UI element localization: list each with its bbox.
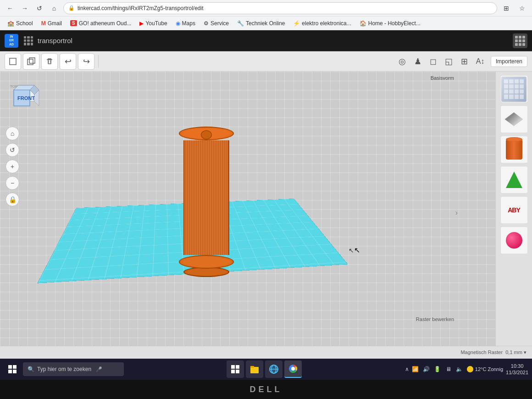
taskbar-right: ∧ 📶 🔊 🔋 🖥 🔈 12°C Zonnig 10:30 11/3/2021 (405, 363, 528, 376)
undo-button[interactable]: ↩ (60, 53, 76, 70)
zoom-out-button[interactable]: − (6, 176, 19, 190)
bookmark-elektro-label: elektro elektronica... (302, 20, 351, 27)
svg-rect-13 (231, 365, 235, 369)
bookmarks-bar: 🏫 School M Gmail S GO! atheneum Oud... ▶… (0, 17, 532, 30)
snap-dropdown-icon[interactable]: ▾ (524, 349, 526, 355)
chevron-up-icon[interactable]: ∧ (405, 366, 409, 372)
zoom-in-button[interactable]: + (6, 160, 19, 173)
cone-shape-icon (506, 172, 522, 188)
tc-toolbar: ↩ ↪ ◎ ♟ ◻ ◱ ⊞ A↕ Importeren (0, 51, 532, 72)
transport-roller-object[interactable] (179, 127, 234, 277)
windows-start-button[interactable] (4, 360, 21, 378)
grid-button[interactable]: ⊞ (458, 55, 471, 68)
new-object-button[interactable] (5, 53, 21, 70)
tinkercad-logo: IN ER AD (5, 34, 18, 48)
star-button[interactable]: ☆ (515, 2, 528, 15)
bookmark-school[interactable]: 🏫 School (4, 19, 37, 28)
raster-text: Raster bewerken (416, 316, 454, 323)
home-button[interactable]: ⌂ (48, 2, 61, 15)
project-name: transportrol (38, 37, 508, 44)
sidebar-shape-cylinder[interactable] (500, 136, 528, 163)
sun-icon (467, 366, 473, 372)
cylinder-shape-icon (506, 139, 522, 160)
basisvorm-label: Basisvorm (431, 75, 454, 81)
network-icon[interactable]: 📶 (411, 365, 420, 374)
techniek-icon: 🔧 (237, 20, 244, 27)
sidebar-shape-text[interactable]: ABY (500, 196, 528, 224)
camera-button[interactable]: ◎ (395, 55, 409, 68)
menu-grid-icon[interactable] (24, 36, 33, 45)
url-text: tinkercad.com/things/iRxIRT2mZg5-transpo… (78, 5, 204, 11)
sidebar-shape-cone[interactable] (500, 166, 528, 194)
forward-button[interactable]: → (18, 2, 31, 15)
speaker-icon[interactable]: 🔊 (422, 365, 431, 374)
svg-rect-18 (250, 366, 254, 368)
search-placeholder: Typ hier om te zoeken (37, 366, 91, 372)
dell-logo-text: DELL (250, 385, 283, 394)
back-button[interactable]: ← (4, 2, 17, 15)
taskbar-search[interactable]: 🔍 Typ hier om te zoeken 🎤 (23, 362, 124, 376)
tc-viewport[interactable]: FRONT TOP ⌂ ↺ + − (0, 72, 495, 346)
youtube-icon: ▶ (139, 20, 144, 27)
import-button[interactable]: Importeren (491, 56, 527, 67)
windows-taskbar: 🔍 Typ hier om te zoeken 🎤 (0, 359, 532, 380)
search-mic-icon: 🎤 (96, 366, 102, 372)
lock-view-button[interactable]: 🔒 (6, 193, 19, 206)
cube-button[interactable]: ◻ (427, 55, 440, 68)
person-button[interactable]: ♟ (411, 55, 425, 68)
tc-main: FRONT TOP ⌂ ↺ + − (0, 72, 532, 346)
shapes-panel: ABY (495, 72, 532, 346)
taskbar-app-chrome[interactable] (284, 360, 302, 378)
tc-header: IN ER AD transportrol (0, 30, 532, 51)
sidebar-shape-sphere[interactable] (500, 227, 528, 254)
bookmark-hobby-label: Home - HobbyElect... (368, 20, 421, 27)
bookmark-go-atheneum[interactable]: S GO! atheneum Oud... (66, 19, 135, 28)
bookmark-service[interactable]: ⚙ Service (200, 19, 233, 28)
sidebar-shape-grid[interactable] (500, 75, 528, 103)
tray-icons: ∧ 📶 🔊 🔋 🖥 🔈 (405, 365, 464, 374)
duplicate-button[interactable] (23, 53, 39, 70)
bookmark-elektro[interactable]: ⚡ elektro elektronica... (289, 19, 355, 28)
weather-widget: 12°C Zonnig (467, 366, 503, 372)
orbit-button[interactable]: ↺ (6, 143, 19, 157)
sidebar-shape-gem[interactable] (500, 105, 528, 133)
bookmark-hobby[interactable]: 🏠 Home - HobbyElect... (356, 19, 424, 28)
bookmark-gmail[interactable]: M Gmail (38, 19, 66, 28)
font-button[interactable]: A↕ (473, 55, 487, 68)
svg-text:FRONT: FRONT (17, 95, 35, 101)
sphere-shape-icon (506, 232, 522, 249)
taskbar-app-windows[interactable] (227, 360, 244, 378)
undo-icon: ↩ (65, 56, 72, 66)
weather-text: 12°C Zonnig (475, 366, 503, 372)
view-cube[interactable]: FRONT TOP (9, 81, 41, 113)
reload-button[interactable]: ↺ (33, 2, 46, 15)
redo-button[interactable]: ↪ (78, 53, 94, 70)
toolbar-separator (98, 55, 99, 68)
browser-navbar: ← → ↺ ⌂ 🔒 tinkercad.com/things/iRxIRT2mZ… (0, 0, 532, 17)
left-controls: ⌂ ↺ + − 🔒 (6, 127, 19, 206)
bookmark-techniek[interactable]: 🔧 Techniek Online (233, 19, 288, 28)
sidebar-collapse-arrow[interactable]: › (455, 209, 458, 217)
search-icon: 🔍 (28, 366, 34, 372)
time-text: 10:30 (511, 363, 524, 369)
address-bar[interactable]: 🔒 tinkercad.com/things/iRxIRT2mZg5-trans… (63, 2, 497, 14)
bookmark-maps[interactable]: ◉ Maps (172, 19, 199, 28)
home-view-button[interactable]: ⌂ (6, 127, 19, 140)
view-icons: ◎ ♟ ◻ ◱ ⊞ A↕ (395, 55, 487, 68)
bookmark-school-label: School (16, 20, 33, 27)
volume-icon[interactable]: 🔈 (455, 365, 464, 374)
elektro-icon: ⚡ (293, 20, 300, 27)
extensions-button[interactable]: ⊞ (500, 2, 513, 15)
taskbar-app-files[interactable] (246, 360, 263, 378)
delete-button[interactable] (41, 53, 58, 70)
svg-rect-14 (236, 365, 239, 369)
tc-statusbar: Magnetisch Raster 0,1 mm ▾ (0, 346, 532, 359)
taskbar-app-browser[interactable] (265, 360, 283, 378)
cube-alt-button[interactable]: ◱ (442, 55, 456, 68)
bookmark-go-label: GO! atheneum Oud... (79, 20, 132, 27)
view-toggle-button[interactable] (513, 33, 527, 48)
go-icon: S (70, 20, 77, 26)
svg-rect-0 (10, 58, 16, 65)
bookmark-youtube[interactable]: ▶ YouTube (136, 19, 171, 28)
text-shape-icon: ABY (508, 206, 520, 214)
